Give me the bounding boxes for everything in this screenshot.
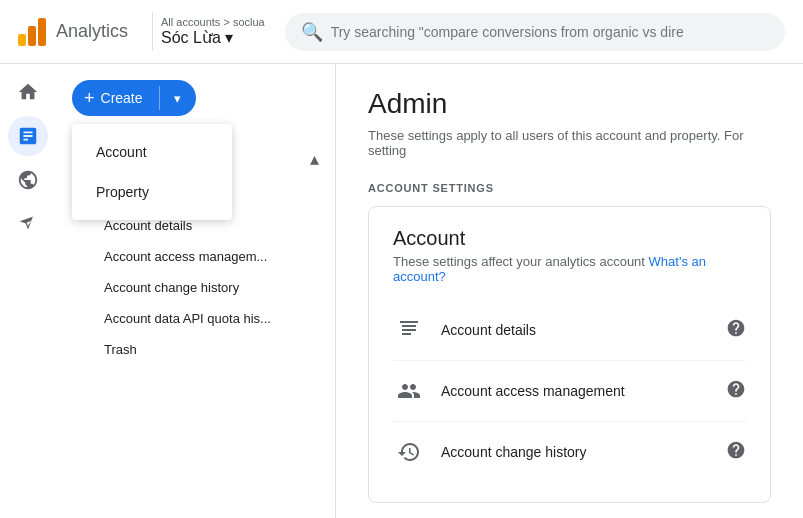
account-change-label[interactable]: Account change history (441, 444, 710, 460)
account-card: Account These settings affect your analy… (368, 206, 771, 503)
sidebar-item-account-access[interactable]: Account access managem... (56, 241, 335, 272)
account-card-title: Account (393, 227, 746, 250)
account-card-desc: These settings affect your analytics acc… (393, 254, 746, 284)
nav-advertising-button[interactable] (8, 204, 48, 244)
plus-icon: + (84, 88, 95, 109)
nav-explore-button[interactable] (8, 160, 48, 200)
nav-home-button[interactable] (8, 72, 48, 112)
main-layout: + Create ▾ Account Property Account sett… (0, 64, 803, 518)
search-input[interactable] (331, 24, 769, 40)
page-subtitle: These settings apply to all users of thi… (368, 128, 771, 158)
sidebar-item-account-data[interactable]: Account data API quota his... (56, 303, 335, 334)
account-selector[interactable]: All accounts > soclua Sóc Lừa ▾ (152, 12, 273, 51)
svg-rect-2 (38, 18, 46, 46)
dropdown-item-account[interactable]: Account (72, 132, 232, 172)
dropdown-arrow-icon[interactable]: ▾ (160, 80, 196, 116)
account-change-help-icon[interactable] (726, 440, 746, 464)
nav-reports-button[interactable] (8, 116, 48, 156)
search-icon: 🔍 (301, 21, 323, 43)
sidebar-item-account-change[interactable]: Account change history (56, 272, 335, 303)
account-settings-section-label: ACCOUNT SETTINGS (368, 182, 771, 194)
account-access-label[interactable]: Account access management (441, 383, 710, 399)
account-access-icon (393, 375, 425, 407)
account-access-help-icon[interactable] (726, 379, 746, 403)
ga-logo (16, 16, 48, 48)
search-bar[interactable]: 🔍 (285, 13, 785, 51)
svg-rect-0 (18, 34, 26, 46)
svg-rect-1 (28, 26, 36, 46)
account-access-item: Account access management (393, 361, 746, 422)
create-button[interactable]: + Create ▾ (72, 80, 196, 116)
sidebar-item-trash[interactable]: Trash (56, 334, 335, 365)
sidebar: + Create ▾ Account Property Account sett… (56, 64, 336, 518)
section-chevron-icon: ▴ (310, 148, 319, 170)
account-details-icon (393, 314, 425, 346)
create-dropdown: Account Property (72, 124, 232, 220)
account-details-help-icon[interactable] (726, 318, 746, 342)
topbar: Analytics All accounts > soclua Sóc Lừa … (0, 0, 803, 64)
dropdown-item-property[interactable]: Property (72, 172, 232, 212)
logo-area: Analytics (16, 16, 128, 48)
account-details-item: Account details (393, 300, 746, 361)
account-details-label[interactable]: Account details (441, 322, 710, 338)
app-title: Analytics (56, 21, 128, 42)
create-btn-area: + Create ▾ Account Property (56, 72, 335, 132)
chevron-down-icon: ▾ (225, 28, 233, 47)
main-content: Admin These settings apply to all users … (336, 64, 803, 518)
account-name[interactable]: Sóc Lừa ▾ (161, 28, 265, 47)
left-nav (0, 64, 56, 518)
page-title: Admin (368, 88, 771, 120)
create-btn-label[interactable]: + Create (72, 80, 159, 116)
breadcrumb: All accounts > soclua (161, 16, 265, 28)
account-change-item: Account change history (393, 422, 746, 482)
account-change-icon (393, 436, 425, 468)
